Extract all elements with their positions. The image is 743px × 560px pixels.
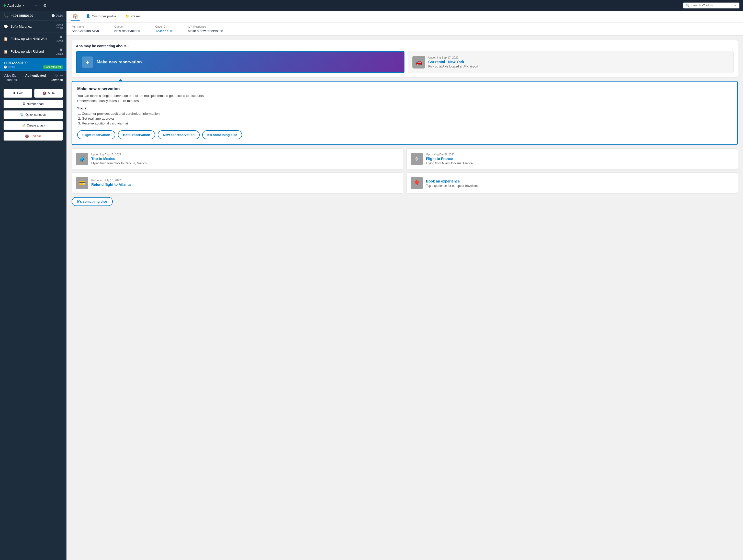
task-icon-richard: 📋 bbox=[4, 50, 8, 54]
end-call-button[interactable]: 📵 End call bbox=[4, 132, 63, 141]
queue-group: Queue New reservations bbox=[114, 25, 140, 33]
clock-icon: 🕐 bbox=[51, 14, 55, 17]
contact-about-title: Ana may be contacting about... bbox=[76, 44, 734, 48]
booking-grid: 🧳 Upcoming Aug 15, 2022 Trip to Mexico F… bbox=[72, 148, 738, 193]
search-input[interactable] bbox=[691, 4, 732, 7]
nikki-times: ⏸ 06:43 bbox=[56, 35, 63, 42]
copy-icon[interactable]: ⧉ bbox=[170, 29, 173, 33]
france-upcoming: Upcoming Dec 5, 2022 bbox=[426, 153, 473, 156]
mute-button[interactable]: 🔇 Mute bbox=[34, 89, 63, 98]
full-name-value: Ana Carolina Silva bbox=[72, 29, 99, 33]
add-button[interactable]: + bbox=[33, 3, 39, 8]
case-id-label: Case ID bbox=[155, 25, 172, 28]
create-task-button[interactable]: 📝 Create a task bbox=[4, 121, 63, 130]
topbar-divider-1 bbox=[29, 3, 29, 8]
plus-icon: + bbox=[82, 56, 93, 68]
booking-card-france[interactable]: ✈ Upcoming Dec 5, 2022 Flight to France … bbox=[406, 148, 738, 170]
france-icon: ✈ bbox=[410, 153, 423, 165]
task-icon-nikki: 📋 bbox=[4, 37, 8, 41]
sofia-times: 06:43 02:10 bbox=[56, 23, 63, 30]
mute-icon: 🔇 bbox=[42, 92, 46, 95]
sidebar-item-sofia[interactable]: 💬 Sofia Martinez 06:43 02:10 bbox=[0, 21, 67, 33]
experience-info: Book an experience Top experience for eu… bbox=[426, 178, 478, 188]
hotel-reservation-button[interactable]: Hotel reservation bbox=[118, 130, 155, 139]
fraud-risk-value: Low risk bbox=[50, 78, 63, 82]
hold-button[interactable]: ⏸ Hold bbox=[4, 89, 32, 98]
case-id-link[interactable]: 1234567 bbox=[155, 29, 168, 33]
customer-info-bar: Full name Ana Carolina Silva Queue New r… bbox=[67, 22, 743, 36]
flight-reservation-button[interactable]: Flight reservation bbox=[77, 130, 115, 139]
status-label: Available bbox=[7, 4, 21, 7]
make-reservation-label: Make new reservation bbox=[97, 59, 142, 65]
tab-cases[interactable]: 📁 Cases bbox=[122, 12, 144, 21]
call-number: +19145550199 bbox=[11, 14, 49, 18]
something-else-button[interactable]: It's something else bbox=[72, 197, 113, 206]
steps-label: Steps: bbox=[77, 106, 732, 110]
step-1: Customer provides additional cardholder … bbox=[82, 112, 732, 115]
hold-mute-row: ⏸ Hold 🔇 Mute bbox=[4, 89, 63, 98]
mexico-icon: 🧳 bbox=[76, 153, 88, 165]
booking-card-experience[interactable]: 🎈 Book an experience Top experience for … bbox=[406, 173, 738, 193]
tab-customer-profile[interactable]: 👤 Customer profile bbox=[82, 12, 120, 21]
something-else-button-panel[interactable]: It's something else bbox=[202, 130, 243, 139]
booking-card-atlanta[interactable]: 💳 Refunded July 10, 2022 Refund flight t… bbox=[72, 173, 403, 193]
sidebar-item-richard[interactable]: 📋 Follow up with Richard ⏸ 08:12 bbox=[0, 45, 67, 58]
sidebar-item-nikki[interactable]: 📋 Follow up with Nikki Wolf ⏸ 06:43 bbox=[0, 33, 67, 45]
ivr-group: IVR Response Make a new reservation bbox=[188, 25, 223, 33]
more-icon[interactable]: ⋯ bbox=[60, 74, 63, 78]
topbar: Available ▼ + ⚙ 🔍 ▼ bbox=[0, 0, 743, 11]
connected-number: +19145550199 bbox=[4, 61, 63, 65]
atlanta-icon: 💳 bbox=[76, 177, 88, 189]
search-bar[interactable]: 🔍 ▼ bbox=[683, 3, 739, 8]
case-id-group: Case ID 1234567 ⧉ bbox=[155, 25, 172, 33]
step-2: Get real time approval bbox=[82, 116, 732, 121]
reservation-steps: Customer provides additional cardholder … bbox=[77, 112, 732, 125]
car-rental-info: Upcoming Sep 17, 2022 Car rental - New Y… bbox=[428, 56, 478, 68]
numpad-icon: ⠿ bbox=[23, 102, 25, 106]
france-info: Upcoming Dec 5, 2022 Flight to France Fl… bbox=[426, 153, 473, 165]
voice-id-value: Authenticated bbox=[25, 74, 46, 78]
step-3: Receive additional card via mail bbox=[82, 122, 732, 125]
voice-id-row: Voice ID: Authenticated ↻ ⋯ bbox=[4, 74, 63, 78]
phone-icon: 📞 bbox=[4, 13, 8, 18]
sidebar-label-richard: Follow up with Richard bbox=[10, 50, 53, 53]
connected-badge: Connected call bbox=[43, 65, 63, 69]
tab-home[interactable]: 🏠 bbox=[71, 12, 80, 21]
sidebar-label-nikki: Follow up with Nikki Wolf bbox=[10, 37, 53, 41]
car-rental-card[interactable]: 🚗 Upcoming Sep 17, 2022 Car rental - New… bbox=[408, 51, 734, 73]
richard-times: ⏸ 08:12 bbox=[56, 48, 63, 55]
car-rental-upcoming: Upcoming Sep 17, 2022 bbox=[428, 56, 478, 59]
mexico-desc: Flying from New York to Cancun, Mexico bbox=[91, 161, 146, 165]
new-car-reservation-button[interactable]: New car reservation bbox=[158, 130, 200, 139]
queue-label: Queue bbox=[114, 25, 140, 28]
reservation-panel: Make new reservation You can make a sing… bbox=[72, 81, 738, 145]
connected-timer: 🕐 00:10 bbox=[4, 65, 15, 69]
experience-icon: 🎈 bbox=[410, 177, 423, 189]
refresh-icon[interactable]: ↻ bbox=[55, 74, 58, 78]
ivr-value: Make a new reservation bbox=[188, 29, 223, 33]
experience-desc: Top experience for europear travellers bbox=[426, 184, 478, 188]
contact-cards-row: + Make new reservation 🚗 Upcoming Sep 17… bbox=[76, 51, 734, 73]
clock-icon-2: 🕐 bbox=[4, 65, 7, 68]
settings-button[interactable]: ⚙ bbox=[41, 3, 48, 8]
search-chevron-icon: ▼ bbox=[734, 4, 736, 7]
number-pad-button[interactable]: ⠿ Number pad bbox=[4, 100, 63, 108]
make-reservation-card[interactable]: + Make new reservation bbox=[76, 51, 404, 73]
atlanta-info: Refunded July 10, 2022 Refund flight to … bbox=[91, 179, 131, 187]
booking-card-mexico[interactable]: 🧳 Upcoming Aug 15, 2022 Trip to Mexico F… bbox=[72, 148, 403, 170]
end-call-icon: 📵 bbox=[25, 134, 29, 138]
status-selector[interactable]: Available ▼ bbox=[4, 4, 25, 7]
car-rental-title: Car rental - New York bbox=[428, 60, 478, 64]
sidebar-active-call-top[interactable]: 📞 +19145550199 🕐 00:10 bbox=[0, 11, 67, 21]
car-icon: 🚗 bbox=[412, 56, 425, 68]
reservation-panel-desc: You can make a single reservation or inc… bbox=[77, 93, 732, 103]
tab-bar: 🏠 👤 Customer profile 📁 Cases bbox=[67, 11, 743, 22]
case-id-value: 1234567 ⧉ bbox=[155, 29, 172, 33]
experience-title: Book an experience bbox=[426, 179, 478, 183]
voice-icons[interactable]: ↻ ⋯ bbox=[55, 74, 63, 78]
content-area: 🏠 👤 Customer profile 📁 Cases Full name A… bbox=[67, 11, 743, 560]
sidebar-label-sofia: Sofia Martinez bbox=[10, 25, 53, 29]
quick-connects-button[interactable]: 📡 Quick connects bbox=[4, 110, 63, 119]
voice-info-panel: Voice ID: Authenticated ↻ ⋯ Fraud Risk: … bbox=[0, 71, 67, 85]
connected-call-panel: +19145550199 🕐 00:10 Connected call bbox=[0, 58, 67, 71]
